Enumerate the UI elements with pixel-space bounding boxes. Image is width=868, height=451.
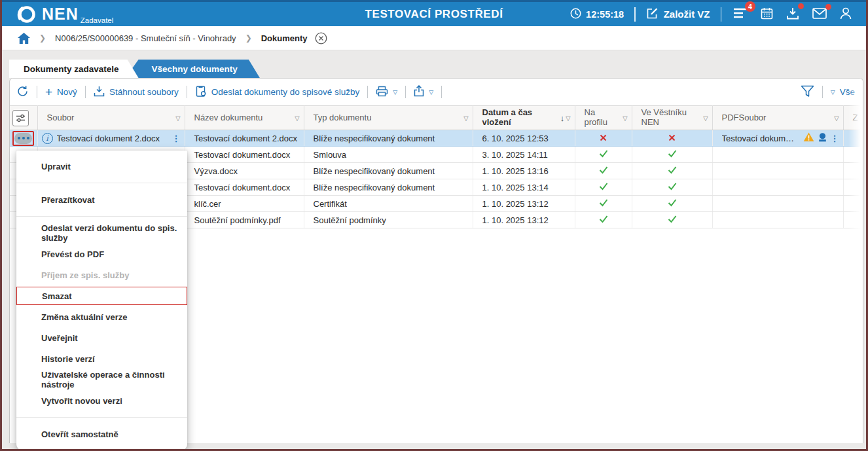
column-header-nazev[interactable]: Název dokumentu▽ [185,106,304,130]
check-icon [668,199,677,209]
cell-datum: 6. 10. 2025 12:53 [473,130,575,147]
menu-item-zmena-aktualni-verze[interactable]: Změna aktuální verze [16,306,187,327]
table-header-row: Soubor▽ Název dokumentu▽ Typ dokumentu▽ … [10,106,863,130]
warning-icon [803,132,814,144]
tab-dokumenty-zadavatele[interactable]: Dokumenty zadavatele [9,60,139,78]
menu-separator [16,417,187,418]
inbox-alert-dot [798,3,804,9]
cell-typ: Blíže nespecifikovaný dokument [304,130,473,147]
column-header-datum[interactable]: Datum a čas vložení↓▽ [473,106,575,130]
check-icon [668,150,677,160]
app-header: NEN Zadavatel TESTOVACÍ PROSTŘEDÍ 12:55:… [2,0,866,26]
home-icon[interactable] [18,33,30,44]
menu-separator [16,183,187,183]
cell-typ: Blíže nespecifikovaný dokument [304,179,473,196]
column-filter-icon[interactable]: ▽ [295,115,299,122]
cell-nazev: klíč.cer [185,196,304,212]
messages-button[interactable] [811,7,828,22]
tab-vsechny-dokumenty[interactable]: Všechny dokumenty [126,60,260,78]
header-divider [721,7,722,22]
menu-item-otevrit-samostatne[interactable]: Otevřít samostatně [16,424,187,444]
filing-service-icon [195,85,207,99]
column-header-soubor[interactable]: Soubor▽ [37,106,185,130]
check-icon [599,166,608,176]
refresh-button[interactable] [16,85,29,99]
menu-separator [16,216,187,217]
column-header-zm[interactable]: Z M [843,106,863,130]
cell-typ: Blíže nespecifikovaný dokument [304,163,473,179]
notifications-menu-button[interactable]: 4 [732,6,749,22]
breadcrumb-current: Dokumenty [261,33,308,43]
plus-icon: + [45,86,52,98]
menu-item-vytvorit-novou-verzi[interactable]: Vytvořit novou verzi [16,390,187,411]
share-icon [414,85,424,99]
filter-preset-dropdown[interactable]: ▽ Vše [831,87,855,97]
documents-toolbar: + Nový Stáhnout soubory Odeslat dokument… [10,79,863,105]
more-dots-icon[interactable]: ⋮ [172,134,181,143]
menu-item-historie-verzi[interactable]: Historie verzí [16,348,187,369]
toolbar-divider [85,86,86,98]
compose-icon [646,7,659,22]
table-row[interactable]: i Testovací dokument 2.docx ⋮ Testovací … [10,130,863,147]
cell-nazev: Testovací dokument.docx [185,179,304,196]
check-icon [599,199,608,209]
row-menu-icon [14,133,32,144]
document-tabs: Dokumenty zadavatele Všechny dokumenty [2,50,866,78]
cross-icon [600,134,607,143]
menu-item-prerazitkovat[interactable]: Přerazítkovat [16,189,187,210]
inbox-download-button[interactable] [785,6,801,23]
info-icon[interactable]: i [42,133,53,144]
check-icon [668,166,677,176]
close-circle-icon[interactable] [315,32,327,45]
user-icon [840,7,852,22]
brand-name: NEN [42,6,79,22]
breadcrumb-separator: ❯ [39,33,46,43]
column-filter-icon[interactable]: ▽ [566,115,570,122]
create-vz-button[interactable]: Založit VZ [646,7,710,22]
column-chooser-icon[interactable] [12,110,29,126]
menu-item-upravit[interactable]: Upravit [16,156,187,177]
column-filter-icon[interactable]: ▽ [703,115,708,122]
row-menu-button[interactable] [12,131,34,146]
column-filter-icon[interactable]: ▽ [623,115,627,122]
cell-typ: Smlouva [304,147,473,163]
filter-button[interactable] [801,85,814,99]
column-filter-icon[interactable]: ▽ [463,115,468,122]
download-icon [94,86,105,99]
menu-item-smazat[interactable]: Smazat [16,287,187,305]
print-button[interactable]: ▽ [376,86,397,99]
stamp-icon [818,133,827,144]
breadcrumb-separator: ❯ [245,33,252,43]
column-header-pdf[interactable]: PDFSoubor▽ [712,106,843,130]
notifications-badge: 4 [745,1,755,12]
menu-item-prevest-do-pdf[interactable]: Převést do PDF [16,244,187,264]
user-profile-button[interactable] [839,6,853,23]
column-header-vestnik[interactable]: Ve Věstníku NEN▽ [632,106,712,130]
new-document-button[interactable]: + Nový [45,86,77,98]
nen-brand[interactable]: NEN Zadavatel [16,4,113,25]
menu-item-odeslat-verzi[interactable]: Odeslat verzi dokumentu do spis. služby [16,223,187,244]
menu-item-prijem-ze-spis-sluzby: Příjem ze spis. služby [16,264,187,285]
toolbar-divider [187,86,187,98]
menu-item-uverejnit[interactable]: Uveřejnit [16,327,187,348]
send-to-filing-service-button[interactable]: Odeslat dokumenty do spisové služby [195,85,360,99]
breadcrumb-item-procurement[interactable]: N006/25/S00000639 - Smuteční síň - Vinoh… [55,33,236,43]
column-header-typ[interactable]: Typ dokumentu▽ [304,106,473,130]
menu-item-uzivatelske-operace[interactable]: Uživatelské operace a činnosti nástroje [16,369,187,390]
calendar-button[interactable] [759,6,774,23]
more-dots-icon[interactable]: ⋮ [831,134,839,143]
column-filter-icon[interactable]: ▽ [834,115,839,122]
printer-icon [376,86,388,99]
cell-datum: 1. 10. 2025 13:12 [473,212,575,228]
chevron-down-icon: ▽ [429,89,433,96]
toolbar-divider [37,86,37,98]
export-button[interactable]: ▽ [414,85,433,99]
column-header-profil[interactable]: Na profilu▽ [575,106,632,130]
cell-soubor: Testovací dokument 2.docx [57,134,160,143]
check-icon [599,183,608,192]
brand-role-label: Zadavatel [81,16,114,24]
download-files-button[interactable]: Stáhnout soubory [94,86,179,99]
sort-desc-icon[interactable]: ↓ [560,113,565,123]
column-filter-icon[interactable]: ▽ [175,115,180,122]
session-time: 12:55:18 [586,9,624,20]
